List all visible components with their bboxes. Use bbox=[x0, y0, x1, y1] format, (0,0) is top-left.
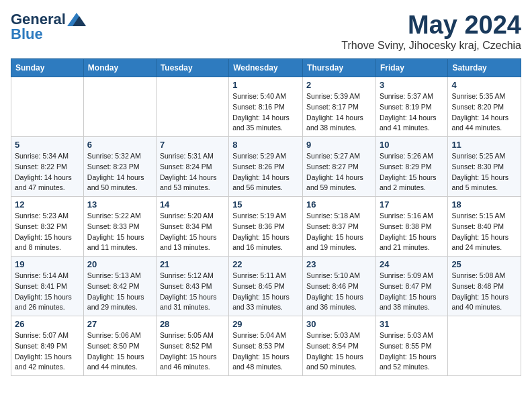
calendar-cell: 20Sunrise: 5:13 AM Sunset: 8:42 PM Dayli… bbox=[83, 257, 156, 316]
day-number: 7 bbox=[160, 140, 225, 150]
day-number: 14 bbox=[160, 199, 225, 210]
weekday-header: Saturday bbox=[448, 59, 521, 77]
day-number: 21 bbox=[160, 259, 225, 269]
logo: General Blue bbox=[11, 11, 86, 43]
day-info: Sunrise: 5:37 AM Sunset: 8:19 PM Dayligh… bbox=[380, 91, 444, 134]
day-number: 26 bbox=[15, 319, 80, 329]
day-number: 13 bbox=[87, 199, 152, 210]
calendar-cell: 31Sunrise: 5:03 AM Sunset: 8:55 PM Dayli… bbox=[375, 316, 447, 376]
calendar-cell bbox=[156, 77, 228, 137]
calendar-cell: 8Sunrise: 5:29 AM Sunset: 8:26 PM Daylig… bbox=[229, 137, 303, 197]
calendar-cell: 17Sunrise: 5:16 AM Sunset: 8:38 PM Dayli… bbox=[375, 197, 447, 257]
weekday-header: Monday bbox=[83, 59, 156, 77]
calendar-cell: 2Sunrise: 5:39 AM Sunset: 8:17 PM Daylig… bbox=[303, 77, 376, 137]
day-number: 11 bbox=[451, 140, 517, 150]
day-number: 28 bbox=[160, 319, 225, 329]
calendar-cell: 16Sunrise: 5:18 AM Sunset: 8:37 PM Dayli… bbox=[303, 197, 376, 257]
day-info: Sunrise: 5:03 AM Sunset: 8:54 PM Dayligh… bbox=[306, 330, 372, 373]
day-number: 27 bbox=[87, 319, 152, 329]
day-number: 6 bbox=[87, 140, 152, 150]
day-info: Sunrise: 5:25 AM Sunset: 8:30 PM Dayligh… bbox=[451, 151, 517, 193]
calendar-cell: 18Sunrise: 5:15 AM Sunset: 8:40 PM Dayli… bbox=[448, 197, 521, 257]
calendar-cell: 21Sunrise: 5:12 AM Sunset: 8:43 PM Dayli… bbox=[156, 257, 228, 316]
day-number: 16 bbox=[306, 199, 372, 210]
calendar-cell: 3Sunrise: 5:37 AM Sunset: 8:19 PM Daylig… bbox=[375, 77, 447, 137]
calendar-week-row: 19Sunrise: 5:14 AM Sunset: 8:41 PM Dayli… bbox=[11, 257, 521, 316]
day-number: 9 bbox=[306, 140, 372, 150]
day-info: Sunrise: 5:19 AM Sunset: 8:36 PM Dayligh… bbox=[232, 211, 299, 253]
day-number: 24 bbox=[380, 259, 444, 269]
calendar-week-row: 5Sunrise: 5:34 AM Sunset: 8:22 PM Daylig… bbox=[11, 137, 521, 197]
calendar-cell: 22Sunrise: 5:11 AM Sunset: 8:45 PM Dayli… bbox=[229, 257, 303, 316]
calendar-cell: 10Sunrise: 5:26 AM Sunset: 8:29 PM Dayli… bbox=[375, 137, 447, 197]
day-number: 2 bbox=[306, 80, 372, 90]
day-info: Sunrise: 5:29 AM Sunset: 8:26 PM Dayligh… bbox=[232, 151, 299, 193]
day-info: Sunrise: 5:08 AM Sunset: 8:48 PM Dayligh… bbox=[451, 271, 517, 313]
day-info: Sunrise: 5:23 AM Sunset: 8:32 PM Dayligh… bbox=[15, 211, 80, 253]
day-info: Sunrise: 5:11 AM Sunset: 8:45 PM Dayligh… bbox=[232, 271, 299, 313]
calendar-cell: 30Sunrise: 5:03 AM Sunset: 8:54 PM Dayli… bbox=[303, 316, 376, 376]
page-header: General Blue May 2024 Trhove Sviny, Jiho… bbox=[11, 11, 521, 52]
title-block: May 2024 Trhove Sviny, Jihocesky kraj, C… bbox=[341, 11, 521, 52]
calendar-week-row: 26Sunrise: 5:07 AM Sunset: 8:49 PM Dayli… bbox=[11, 316, 521, 376]
day-number: 30 bbox=[306, 319, 372, 329]
weekday-header: Wednesday bbox=[229, 59, 303, 77]
day-info: Sunrise: 5:26 AM Sunset: 8:29 PM Dayligh… bbox=[380, 151, 444, 193]
calendar-cell: 23Sunrise: 5:10 AM Sunset: 8:46 PM Dayli… bbox=[303, 257, 376, 316]
day-info: Sunrise: 5:07 AM Sunset: 8:49 PM Dayligh… bbox=[15, 330, 80, 373]
day-info: Sunrise: 5:32 AM Sunset: 8:23 PM Dayligh… bbox=[87, 151, 152, 193]
day-info: Sunrise: 5:18 AM Sunset: 8:37 PM Dayligh… bbox=[306, 211, 372, 253]
day-info: Sunrise: 5:39 AM Sunset: 8:17 PM Dayligh… bbox=[306, 91, 372, 134]
day-info: Sunrise: 5:35 AM Sunset: 8:20 PM Dayligh… bbox=[451, 91, 517, 134]
day-info: Sunrise: 5:05 AM Sunset: 8:52 PM Dayligh… bbox=[160, 330, 225, 373]
logo-blue: Blue bbox=[11, 26, 43, 43]
calendar-cell: 28Sunrise: 5:05 AM Sunset: 8:52 PM Dayli… bbox=[156, 316, 228, 376]
day-info: Sunrise: 5:03 AM Sunset: 8:55 PM Dayligh… bbox=[380, 330, 444, 373]
calendar-cell bbox=[448, 316, 521, 376]
title-location: Trhove Sviny, Jihocesky kraj, Czechia bbox=[341, 40, 521, 52]
day-info: Sunrise: 5:40 AM Sunset: 8:16 PM Dayligh… bbox=[232, 91, 299, 134]
calendar-cell: 11Sunrise: 5:25 AM Sunset: 8:30 PM Dayli… bbox=[448, 137, 521, 197]
calendar-week-row: 12Sunrise: 5:23 AM Sunset: 8:32 PM Dayli… bbox=[11, 197, 521, 257]
day-number: 22 bbox=[232, 259, 299, 269]
day-info: Sunrise: 5:10 AM Sunset: 8:46 PM Dayligh… bbox=[306, 271, 372, 313]
day-number: 12 bbox=[15, 199, 80, 210]
day-info: Sunrise: 5:06 AM Sunset: 8:50 PM Dayligh… bbox=[87, 330, 152, 373]
calendar-table: SundayMondayTuesdayWednesdayThursdayFrid… bbox=[11, 58, 521, 376]
calendar-cell: 5Sunrise: 5:34 AM Sunset: 8:22 PM Daylig… bbox=[11, 137, 84, 197]
calendar-cell: 7Sunrise: 5:31 AM Sunset: 8:24 PM Daylig… bbox=[156, 137, 228, 197]
weekday-header: Sunday bbox=[11, 59, 84, 77]
day-info: Sunrise: 5:20 AM Sunset: 8:34 PM Dayligh… bbox=[160, 211, 225, 253]
day-info: Sunrise: 5:27 AM Sunset: 8:27 PM Dayligh… bbox=[306, 151, 372, 193]
day-number: 10 bbox=[380, 140, 444, 150]
day-number: 25 bbox=[451, 259, 517, 269]
calendar-cell: 13Sunrise: 5:22 AM Sunset: 8:33 PM Dayli… bbox=[83, 197, 156, 257]
day-number: 23 bbox=[306, 259, 372, 269]
day-info: Sunrise: 5:34 AM Sunset: 8:22 PM Dayligh… bbox=[15, 151, 80, 193]
day-number: 15 bbox=[232, 199, 299, 210]
day-info: Sunrise: 5:04 AM Sunset: 8:53 PM Dayligh… bbox=[232, 330, 299, 373]
calendar-cell: 25Sunrise: 5:08 AM Sunset: 8:48 PM Dayli… bbox=[448, 257, 521, 316]
calendar-cell bbox=[11, 77, 84, 137]
title-month: May 2024 bbox=[341, 11, 521, 40]
day-number: 18 bbox=[451, 199, 517, 210]
calendar-cell: 1Sunrise: 5:40 AM Sunset: 8:16 PM Daylig… bbox=[229, 77, 303, 137]
weekday-header: Thursday bbox=[303, 59, 376, 77]
calendar-cell: 29Sunrise: 5:04 AM Sunset: 8:53 PM Dayli… bbox=[229, 316, 303, 376]
calendar-week-row: 1Sunrise: 5:40 AM Sunset: 8:16 PM Daylig… bbox=[11, 77, 521, 137]
day-info: Sunrise: 5:12 AM Sunset: 8:43 PM Dayligh… bbox=[160, 271, 225, 313]
day-info: Sunrise: 5:31 AM Sunset: 8:24 PM Dayligh… bbox=[160, 151, 225, 193]
calendar-cell: 12Sunrise: 5:23 AM Sunset: 8:32 PM Dayli… bbox=[11, 197, 84, 257]
day-number: 3 bbox=[380, 80, 444, 90]
day-number: 8 bbox=[232, 140, 299, 150]
day-number: 29 bbox=[232, 319, 299, 329]
calendar-cell bbox=[83, 77, 156, 137]
calendar-cell: 14Sunrise: 5:20 AM Sunset: 8:34 PM Dayli… bbox=[156, 197, 228, 257]
calendar-cell: 27Sunrise: 5:06 AM Sunset: 8:50 PM Dayli… bbox=[83, 316, 156, 376]
weekday-header: Tuesday bbox=[156, 59, 228, 77]
day-info: Sunrise: 5:14 AM Sunset: 8:41 PM Dayligh… bbox=[15, 271, 80, 313]
logo-icon bbox=[67, 13, 86, 26]
day-number: 1 bbox=[232, 80, 299, 90]
day-number: 19 bbox=[15, 259, 80, 269]
calendar-cell: 15Sunrise: 5:19 AM Sunset: 8:36 PM Dayli… bbox=[229, 197, 303, 257]
